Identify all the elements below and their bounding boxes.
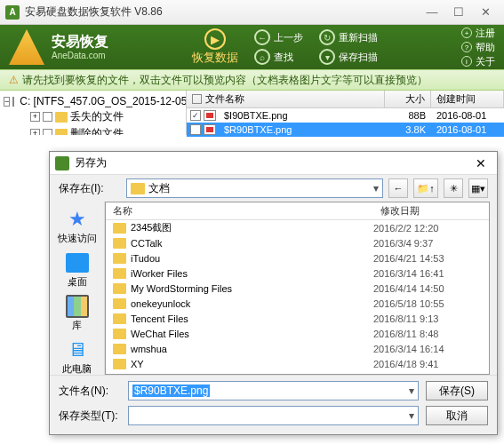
file-list-header: 文件名称 大小 创建时间 [187,91,504,108]
file-row[interactable]: ✓$I90BTXE.png88B2016-08-01 [187,108,504,123]
refresh-icon: ↻ [319,29,335,45]
titlebar: A 安易硬盘数据恢复软件 V8.86 — ☐ ✕ [0,0,504,25]
expand-icon[interactable]: + [30,129,40,135]
up-button[interactable]: 📁↑ [413,178,438,198]
browser-row[interactable]: iWorker Files2016/3/14 16:41 [106,266,489,281]
recover-icon: ▶ [204,28,226,50]
library-icon [63,294,92,319]
header: 安易恢复 AneData.com ▶ 恢复数据 ←上一步 ⌕查找 ↻重新扫描 ▾… [0,25,504,69]
rescan-button[interactable]: ↻重新扫描 [319,29,378,45]
filename-input[interactable]: $R90BTXE.png [128,381,419,400]
maximize-button[interactable]: ☐ [445,4,472,21]
brand-cn: 安易恢复 [52,33,108,50]
checkbox[interactable] [43,112,52,122]
place-desktop[interactable]: 桌面 [61,249,93,290]
folder-icon [113,313,126,324]
col-name[interactable]: 文件名称 [205,92,244,106]
place-quick[interactable]: ★快速访问 [56,205,99,247]
folder-icon [113,223,126,234]
brand: 安易恢复 AneData.com [52,33,108,60]
savein-combo[interactable]: 文档 [126,178,383,198]
save-dialog: 另存为 ✕ 保存在(I): 文档 ← 📁↑ ✳ ▦▾ ★快速访问 桌面 库 🖥此… [49,151,498,435]
folder-icon [113,253,126,264]
plus-icon: + [461,28,472,38]
col-size[interactable]: 大小 [385,91,431,107]
info-icon: i [461,56,472,67]
tree-item[interactable]: +删除的文件 [4,125,182,135]
col-date[interactable]: 创建时间 [431,91,504,107]
folder-icon [113,238,126,249]
find-button[interactable]: ⌕查找 [254,49,303,65]
browser-row[interactable]: 2345截图2016/2/2 12:20 [106,220,489,235]
about-link[interactable]: i关于 [461,55,495,68]
browser-row[interactable]: Tencent Files2016/8/11 9:13 [106,311,489,326]
browser-row[interactable]: iTudou2016/4/21 14:53 [106,250,489,266]
folder-icon [55,112,68,123]
minimize-button[interactable]: — [419,4,445,21]
desktop-icon [63,250,92,275]
file-list: 文件名称 大小 创建时间 ✓$I90BTXE.png88B2016-08-01$… [187,91,504,135]
tree-item[interactable]: +丢失的文件 [4,108,182,125]
file-row[interactable]: $R90BTXE.png3.8K2016-08-01 [187,123,504,137]
tree-root[interactable]: −C: [NTFS_457.0G_OS_2015-12-05] [4,94,182,108]
browser-col-date[interactable]: 修改日期 [373,202,489,219]
file-browser[interactable]: 名称 修改日期 2345截图2016/2/2 12:20CCTalk2016/3… [105,202,490,375]
recover-button[interactable]: ▶ 恢复数据 [192,28,238,66]
save-button[interactable]: 保存(S) [426,381,488,400]
app-icon: A [5,5,20,20]
quick-icon: ★ [63,207,92,232]
save-icon: ▾ [319,49,335,65]
cancel-button[interactable]: 取消 [426,406,488,425]
browser-row[interactable]: CCTalk2016/3/4 9:37 [106,235,489,250]
image-icon [204,124,216,135]
prev-button[interactable]: ←上一步 [254,29,303,45]
browser-row[interactable]: wmshua2016/3/14 16:14 [106,341,489,356]
filetype-label: 保存类型(T): [59,408,121,424]
image-icon [204,110,216,121]
savein-label: 保存在(I): [59,181,121,196]
search-icon: ⌕ [254,49,270,65]
folder-tree[interactable]: −C: [NTFS_457.0G_OS_2015-12-05] +丢失的文件 +… [0,91,187,135]
checkbox[interactable] [43,129,52,135]
back-button[interactable]: ← [388,178,408,198]
savescan-button[interactable]: ▾保存扫描 [319,49,378,65]
register-link[interactable]: +注册 [461,27,495,40]
place-pc[interactable]: 🖥此电脑 [60,336,93,375]
checkbox[interactable]: ✓ [190,110,201,121]
dialog-title: 另存为 [75,155,470,170]
filename-label: 文件名(N): [59,384,121,399]
close-button[interactable]: ✕ [472,4,499,21]
checkbox[interactable] [190,124,201,135]
dialog-icon [55,156,69,170]
infobar: ⚠ 请先找到要恢复的文件，双击文件可以预览内容（文档表格图片文字等可以直接预览） [0,69,504,91]
brand-en: AneData.com [52,51,108,61]
help-icon: ? [461,42,472,52]
warning-icon: ⚠ [9,74,19,86]
place-library[interactable]: 库 [61,292,93,334]
dialog-close-button[interactable]: ✕ [470,156,492,170]
folder-icon [113,283,126,294]
places-bar: ★快速访问 桌面 库 🖥此电脑 🖧网络 [50,202,105,375]
checkbox-all[interactable] [192,94,202,104]
filetype-input[interactable] [128,406,419,425]
checkbox[interactable] [12,97,14,107]
browser-row[interactable]: onekeyunlock2016/5/18 10:55 [106,296,489,311]
browser-row[interactable]: Youku Files2016/5/18 14:44 [106,371,489,374]
folder-icon [113,268,126,279]
browser-row[interactable]: My WordStorming Files2016/4/14 14:50 [106,281,489,296]
pc-icon: 🖥 [63,337,92,362]
collapse-icon[interactable]: − [4,97,10,107]
folder-icon [113,359,126,369]
folder-icon [55,129,68,136]
help-link[interactable]: ?帮助 [461,41,495,54]
view-button[interactable]: ▦▾ [468,178,488,198]
infobar-text: 请先找到要恢复的文件，双击文件可以预览内容（文档表格图片文字等可以直接预览） [22,73,428,88]
dialog-titlebar: 另存为 ✕ [50,152,497,175]
folder-icon [113,344,126,354]
browser-col-name[interactable]: 名称 [106,202,373,219]
back-icon: ← [254,29,270,45]
browser-row[interactable]: XY2016/4/18 9:41 [106,356,489,371]
expand-icon[interactable]: + [30,112,40,122]
browser-row[interactable]: WeChat Files2016/8/11 8:48 [106,326,489,341]
newfolder-button[interactable]: ✳ [444,178,463,198]
